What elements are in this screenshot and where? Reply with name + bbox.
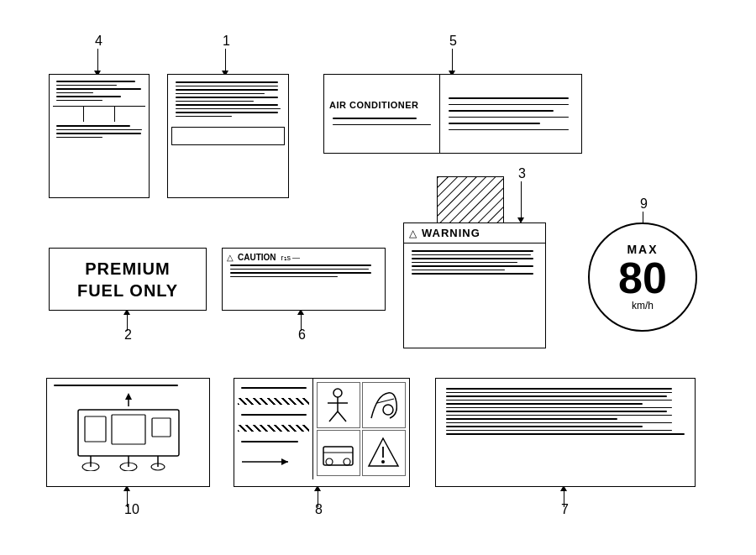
svg-rect-7 [152,418,171,437]
label-2: 2 [124,327,132,343]
svg-marker-15 [281,458,288,465]
number-1: 1 [223,34,230,48]
svg-line-19 [329,411,338,421]
sticker-8-left [234,379,313,479]
sticker-1-bottom-box [171,127,285,145]
cell3-icon [319,434,357,472]
sticker-5-air-conditioner: AIR CONDITIONER [323,74,582,154]
label-3: 3 [518,166,526,181]
number-8: 8 [315,502,323,516]
label-8: 8 [315,502,323,517]
label-7: 7 [561,502,569,517]
arrow-3-stem [521,181,522,219]
instruction-cell-1 [317,382,360,428]
warning-header: △ WARNING [404,223,545,243]
sticker-8-instructions [234,378,410,487]
instruction-cell-3 [317,430,360,476]
svg-point-25 [326,458,333,465]
sticker-5-left-panel: AIR CONDITIONER [324,75,440,153]
svg-point-29 [381,460,385,463]
cell2-icon [365,386,402,424]
sticker-4 [49,74,150,198]
arrow-7-stem [564,489,564,507]
label-4: 4 [95,34,102,49]
premium-fuel-text: PREMIUM FUEL ONLY [77,258,178,301]
sticker-2-premium-fuel: PREMIUM FUEL ONLY [49,248,207,311]
label-5: 5 [449,34,457,49]
svg-rect-5 [85,416,106,442]
caution-triangle-icon: △ [227,253,234,262]
hatch-box [437,176,504,227]
premium-line2: FUEL ONLY [77,280,178,301]
sticker-1 [167,74,289,198]
engine-diagram-svg [61,391,196,471]
speed-unit: km/h [632,300,654,312]
arrow-diagram-svg [238,453,297,470]
label-1: 1 [223,34,230,49]
premium-line1: PREMIUM [77,258,178,280]
caution-label: CAUTION [238,253,276,262]
cell1-icon [319,386,357,424]
sticker-3-warning: △ WARNING [403,223,546,348]
arrow-10-stem [127,489,128,507]
sticker-5-right-panel [440,75,581,153]
arrow-5-stem [452,49,453,72]
sticker-9-speed-limit: MAX 80 km/h [588,223,697,332]
sticker-6-caution: △ — CAUTION r₁s — [222,248,386,311]
instruction-cell-4 [362,430,406,476]
svg-point-16 [333,389,342,397]
arrow-4-stem [97,49,98,72]
instruction-cell-2 [362,382,406,428]
speed-number: 80 [618,256,667,300]
sticker-7-text [435,378,696,487]
svg-marker-3 [125,393,132,400]
svg-point-22 [383,405,393,415]
caution-row: △ — CAUTION r₁s — [227,253,381,262]
svg-line-21 [377,399,394,403]
warning-triangle-icon: △ [409,228,417,239]
hatch-pattern-svg [438,177,504,227]
number-7: 7 [561,502,569,516]
cell4-icon [365,434,402,472]
svg-rect-1 [438,177,504,227]
sticker-8-right [313,379,409,479]
arrow-1-stem [225,49,226,72]
svg-rect-6 [112,415,145,444]
ac-title: AIR CONDITIONER [329,100,434,110]
warning-label: WARNING [422,227,480,239]
engine-diagram-area [50,390,206,474]
number-5: 5 [449,34,457,48]
number-2: 2 [124,327,132,342]
number-3: 3 [518,166,526,181]
svg-line-20 [338,411,346,421]
label-9: 9 [640,196,648,212]
svg-rect-23 [323,447,353,465]
number-9: 9 [640,196,648,211]
svg-point-26 [344,458,350,465]
arrow-2-stem [127,312,128,331]
number-4: 4 [95,34,102,48]
number-6: 6 [298,327,306,342]
sticker-10-engine [46,378,210,487]
arrow-6-stem [301,312,302,331]
arrow-8-stem [318,489,318,507]
label-6: 6 [298,327,306,343]
